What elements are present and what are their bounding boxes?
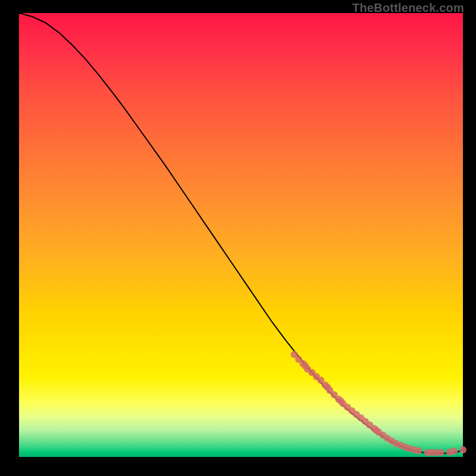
chart-frame: TheBottleneck.com	[0, 0, 476, 476]
plot-area	[19, 13, 463, 457]
scatter-point	[450, 447, 458, 455]
line-series	[19, 13, 463, 453]
curve-path	[19, 13, 463, 453]
scatter-series	[291, 351, 466, 456]
chart-svg	[19, 13, 463, 457]
scatter-point	[437, 449, 444, 456]
scatter-point	[415, 447, 422, 455]
scatter-point	[459, 446, 466, 453]
